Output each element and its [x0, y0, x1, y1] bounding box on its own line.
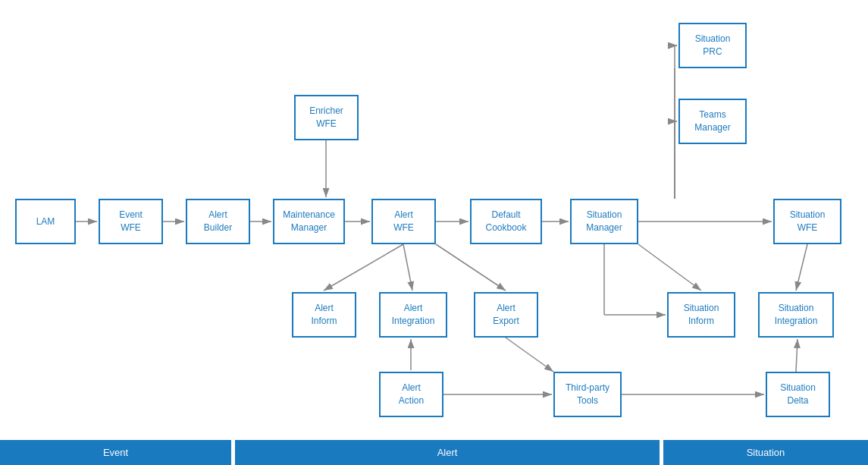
node-alert_builder: AlertBuilder: [186, 199, 250, 244]
svg-line-15: [436, 244, 506, 291]
footer-event: Event: [0, 440, 231, 465]
svg-line-21: [796, 339, 797, 372]
node-situation_wfe: SituationWFE: [773, 199, 841, 244]
node-alert_action: AlertAction: [379, 372, 443, 417]
node-alert_export: AlertExport: [474, 292, 538, 338]
node-situation_delta: SituationDelta: [766, 372, 830, 417]
node-situation_prc: SituationPRC: [678, 23, 747, 68]
node-third_party_tools: Third-partyTools: [553, 372, 622, 417]
footer-situation-label: Situation: [747, 447, 785, 458]
node-situation_manager: SituationManager: [570, 199, 638, 244]
footer-alert-label: Alert: [437, 447, 458, 458]
svg-line-17: [506, 338, 553, 372]
node-default_cookbook: DefaultCookbook: [470, 199, 542, 244]
node-situation_inform: SituationInform: [667, 292, 735, 338]
node-alert_wfe: AlertWFE: [371, 199, 436, 244]
footer-alert: Alert: [235, 440, 660, 465]
node-situation_integration: SituationIntegration: [758, 292, 834, 338]
node-enricher_wfe: EnricherWFE: [294, 95, 359, 140]
node-event_wfe: EventWFE: [99, 199, 163, 244]
node-maintenance_manager: MaintenanceManager: [273, 199, 345, 244]
node-teams_manager: TeamsManager: [678, 99, 747, 144]
svg-line-20: [796, 244, 807, 291]
svg-line-14: [403, 244, 412, 291]
node-lam: LAM: [15, 199, 76, 244]
node-alert_integration: AlertIntegration: [379, 292, 447, 338]
diagram: LAMEventWFEAlertBuilderMaintenanceManage…: [0, 0, 868, 440]
node-alert_inform: AlertInform: [292, 292, 356, 338]
footer-event-label: Event: [103, 447, 128, 458]
footer-situation: Situation: [663, 440, 868, 465]
svg-line-19: [638, 244, 701, 291]
svg-line-13: [324, 244, 403, 291]
